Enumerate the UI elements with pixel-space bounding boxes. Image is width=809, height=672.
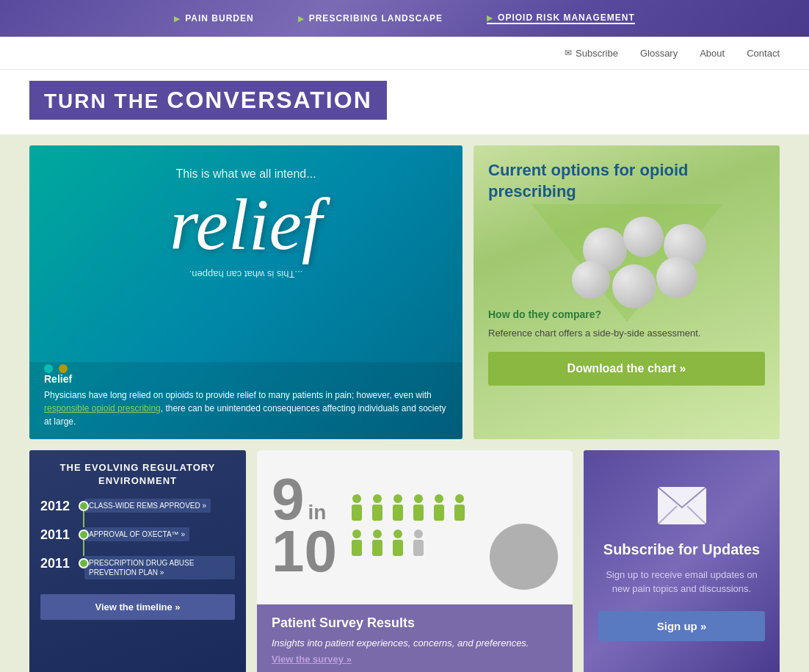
person-green-3 — [389, 494, 407, 526]
arrow-icon: ▶ — [487, 14, 493, 22]
subscribe-link[interactable]: ✉ Subscribe — [565, 48, 618, 59]
svg-point-8 — [435, 494, 443, 503]
subscribe-title: Subscribe for Updates — [603, 540, 760, 559]
pill-6 — [656, 257, 697, 298]
svg-rect-9 — [434, 505, 444, 521]
timeline-label-1[interactable]: CLASS-WIDE REMS APPROVED » — [84, 499, 211, 513]
nav-opioid-risk[interactable]: ▶ OPIOID RISK MANAGEMENT — [487, 12, 635, 24]
svg-rect-11 — [454, 505, 465, 521]
svg-rect-15 — [372, 540, 382, 556]
pills-image — [561, 213, 693, 308]
survey-card: 9 in 10 Patient Survey Results — [257, 450, 573, 672]
responsible-prescribing-link[interactable]: responsible opioid prescribing — [44, 403, 161, 413]
view-timeline-button[interactable]: View the timeline » — [40, 594, 235, 620]
year-2012: 2012 — [40, 499, 70, 514]
main-content: This is what we all intend... relief ...… — [0, 134, 809, 450]
survey-title: Patient Survey Results — [272, 615, 558, 631]
svg-point-16 — [393, 530, 402, 538]
pill-5 — [612, 264, 656, 308]
person-green-1 — [348, 494, 366, 526]
timeline-card: THE EVOLVING REGULATORY ENVIRONMENT 2012… — [29, 450, 246, 672]
view-survey-link[interactable]: View the survey » — [272, 654, 558, 665]
svg-point-18 — [414, 530, 423, 538]
svg-rect-17 — [393, 540, 403, 556]
person-grey-1 — [410, 529, 427, 561]
top-nav: ▶ PAIN BURDEN ▶ PRESCRIBING LANDSCAPE ▶ … — [0, 0, 809, 37]
subscribe-description: Sign up to receive email updates on new … — [598, 568, 765, 596]
contact-link[interactable]: Contact — [747, 48, 780, 59]
sidebar-title: Current options for opioid prescribing — [488, 160, 765, 202]
pill-4 — [572, 261, 610, 299]
svg-rect-3 — [372, 505, 382, 521]
survey-description: Insights into patient experiences, conce… — [272, 637, 558, 650]
survey-stat-10: 10 — [272, 518, 337, 585]
secondary-nav: ✉ Subscribe Glossary About Contact — [0, 37, 809, 70]
connector-2 — [83, 538, 84, 556]
person-green-8 — [369, 529, 386, 561]
arrow-icon: ▶ — [298, 15, 305, 23]
svg-rect-7 — [413, 505, 424, 521]
person-green-6 — [451, 494, 468, 526]
survey-top: 9 in 10 — [257, 450, 573, 604]
svg-rect-19 — [413, 540, 424, 556]
timeline-label-3[interactable]: PRESCRIPTION DRUG ABUSE PREVENTION PLAN … — [84, 556, 235, 579]
svg-point-10 — [455, 494, 464, 503]
hero-content: This is what we all intend... relief ...… — [29, 145, 462, 302]
hero-slider: This is what we all intend... relief ...… — [29, 145, 462, 439]
signup-button[interactable]: Sign up » — [598, 611, 765, 641]
svg-point-12 — [352, 530, 361, 538]
svg-point-6 — [414, 494, 423, 503]
person-green-9 — [389, 529, 407, 561]
download-chart-button[interactable]: Download the chart » — [488, 352, 765, 386]
person-green-7 — [348, 529, 366, 561]
connector-1 — [83, 510, 84, 527]
email-icon: ✉ — [565, 48, 572, 58]
envelope-svg — [656, 485, 708, 526]
person-green-5 — [430, 494, 448, 526]
year-2011b: 2011 — [40, 556, 70, 571]
svg-rect-5 — [393, 505, 403, 521]
speech-bubble — [490, 524, 558, 590]
svg-rect-13 — [352, 540, 362, 556]
hero-description: Relief Physicians have long relied on op… — [29, 362, 462, 439]
logo-text: TURN THE CONVERSATION — [44, 90, 372, 112]
logo-bar: TURN THE CONVERSATION — [0, 70, 809, 134]
nav-prescribing-landscape[interactable]: ▶ PRESCRIBING LANDSCAPE — [298, 12, 443, 24]
hero-flipped-text: ...This is what can happen. — [59, 269, 433, 280]
hero-body: Physicians have long relied on opioids t… — [44, 389, 448, 428]
hero-title: Relief — [44, 373, 448, 385]
glossary-link[interactable]: Glossary — [640, 48, 678, 59]
timeline-entry-1: 2012 CLASS-WIDE REMS APPROVED » — [84, 499, 235, 513]
svg-point-0 — [352, 494, 361, 503]
nav-pain-burden[interactable]: ▶ PAIN BURDEN — [174, 12, 253, 24]
survey-stat-block: 9 in 10 — [272, 470, 337, 585]
timeline-label-2[interactable]: APPROVAL OF OXECTA™ » — [84, 527, 189, 541]
timeline-title: THE EVOLVING REGULATORY ENVIRONMENT — [40, 461, 235, 488]
sidebar-card: Current options for opioid prescribing H… — [474, 145, 780, 439]
timeline-entry-2: 2011 APPROVAL OF OXECTA™ » — [84, 527, 235, 541]
hero-intend-text: This is what we all intend... — [59, 167, 433, 181]
people-grid — [348, 494, 471, 561]
svg-point-2 — [373, 494, 382, 503]
compare-text: Reference chart offers a side-by-side as… — [488, 326, 765, 341]
timeline-entries: 2012 CLASS-WIDE REMS APPROVED » 2011 APP… — [40, 499, 235, 579]
person-green-2 — [369, 494, 386, 526]
pill-2 — [623, 217, 664, 257]
timeline-entry-3: 2011 PRESCRIPTION DRUG ABUSE PREVENTION … — [84, 556, 235, 579]
svg-rect-1 — [352, 505, 362, 521]
hero-relief-text: relief — [59, 188, 433, 261]
year-2011a: 2011 — [40, 527, 70, 543]
arrow-icon: ▶ — [174, 15, 181, 23]
svg-point-4 — [393, 494, 402, 503]
logo-box[interactable]: TURN THE CONVERSATION — [29, 81, 387, 120]
envelope-icon — [656, 485, 708, 529]
svg-point-14 — [373, 530, 382, 538]
survey-bottom: Patient Survey Results Insights into pat… — [257, 604, 573, 672]
subscribe-card: Subscribe for Updates Sign up to receive… — [584, 450, 780, 672]
person-green-4 — [410, 494, 427, 526]
about-link[interactable]: About — [700, 48, 725, 59]
bottom-cards: THE EVOLVING REGULATORY ENVIRONMENT 2012… — [0, 450, 809, 672]
